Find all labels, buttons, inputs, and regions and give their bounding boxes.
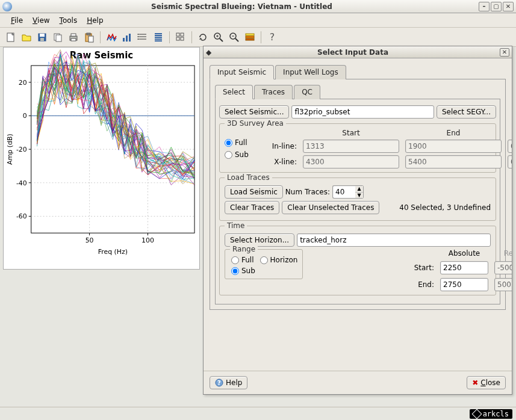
svg-rect-23 (176, 37, 179, 40)
tab-input-seismic[interactable]: Input Seismic (210, 65, 274, 79)
chart-blue-icon[interactable] (120, 30, 134, 45)
svg-rect-7 (71, 34, 76, 36)
select-seismic-button[interactable]: Select Seismic... (219, 105, 289, 119)
horizon-input[interactable] (297, 233, 491, 247)
refresh-icon[interactable] (196, 30, 210, 45)
svg-rect-34 (246, 39, 254, 40)
window-titlebar: Seismic Spectral Blueing: Vietnam - Unti… (0, 0, 516, 13)
statusbar: arkcls (0, 407, 516, 420)
tab-input-well-logs[interactable]: Input Well Logs (275, 65, 346, 79)
num-traces-label: Num Traces: (285, 188, 330, 196)
rel-header: Relative (494, 249, 512, 258)
survey-start-header: Start (303, 129, 399, 137)
svg-text:20: 20 (19, 79, 27, 87)
xline-label: X-line: (267, 158, 297, 166)
layers-icon[interactable] (243, 30, 257, 45)
help-icon[interactable]: ? (265, 30, 279, 45)
survey-full-radio[interactable]: Full (225, 138, 261, 147)
help-button[interactable]: ? Help (210, 376, 247, 389)
range-horizon-radio-input[interactable] (260, 256, 268, 264)
list-icon[interactable] (135, 30, 150, 45)
dialog-titlebar: ◆ Select Input Data ✕ (204, 46, 512, 58)
svg-rect-22 (181, 33, 184, 36)
menu-view[interactable]: View (28, 15, 54, 26)
traces-status-text: 40 Selected, 3 Undefined (399, 203, 491, 212)
minimize-button[interactable]: – (479, 2, 490, 11)
survey-full-radio-input[interactable] (225, 139, 232, 147)
paste-icon[interactable] (82, 30, 96, 45)
tab-select[interactable]: Select (215, 85, 253, 99)
copy-icon[interactable] (51, 30, 65, 45)
survey-sub-label: Sub (235, 150, 249, 159)
grid-icon[interactable] (173, 30, 188, 45)
outer-tabs: Input Seismic Input Well Logs (210, 64, 506, 79)
select-segy-button[interactable]: Select SEGY... (437, 105, 496, 119)
range-sub-radio-input[interactable] (231, 267, 239, 275)
save-icon[interactable] (35, 30, 49, 45)
close-window-button[interactable]: ✕ (503, 2, 514, 11)
menu-tools[interactable]: Tools (55, 15, 82, 26)
seismic-name-input[interactable] (291, 105, 434, 119)
menu-file-rest: ile (14, 16, 23, 25)
tab-qc[interactable]: QC (294, 85, 320, 99)
num-traces-input[interactable] (332, 185, 355, 199)
svg-rect-11 (89, 36, 93, 42)
clear-unselected-button[interactable]: Clear Unselected Traces (282, 201, 379, 214)
new-file-icon[interactable] (4, 30, 18, 45)
range-full-radio-input[interactable] (231, 256, 239, 264)
inline-start-input (303, 140, 399, 153)
svg-rect-2 (40, 34, 45, 37)
zoom-out-icon[interactable] (227, 30, 241, 45)
range-sub-radio[interactable]: Sub (231, 267, 296, 275)
plot-panel: Raw Seismic 50100-60-40-20020Amp (dB)Fre… (3, 47, 200, 270)
inner-tabs: Select Traces QC (215, 84, 500, 99)
inner-tab-page: Select Seismic... Select SEGY... 3D Surv… (215, 99, 500, 304)
spinner-down-icon[interactable]: ▼ (355, 193, 363, 199)
load-seismic-button[interactable]: Load Seismic (225, 185, 283, 199)
svg-text:Amp (dB): Amp (dB) (6, 134, 14, 164)
inline-inc-input (508, 140, 512, 153)
bars-icon[interactable] (151, 30, 166, 45)
time-end-abs-input[interactable] (440, 278, 488, 291)
toolbar-separator (169, 31, 170, 43)
chart-red-icon[interactable] (104, 30, 119, 45)
zoom-in-icon[interactable] (211, 30, 226, 45)
time-start-label: Start: (404, 264, 434, 272)
num-traces-spinner[interactable]: ▲ ▼ (332, 185, 364, 199)
time-values-grid: Absolute Relative Start: End: (314, 249, 512, 291)
range-full-radio[interactable]: Full (231, 256, 254, 264)
print-icon[interactable] (66, 30, 81, 45)
spinner-up-icon[interactable]: ▲ (355, 186, 363, 193)
range-full-label: Full (241, 256, 254, 264)
survey-end-header: End (405, 129, 502, 137)
svg-rect-32 (246, 34, 254, 36)
svg-point-20 (138, 39, 139, 40)
close-button[interactable]: ✖ Close (467, 376, 506, 389)
open-folder-icon[interactable] (19, 30, 34, 45)
tab-traces[interactable]: Traces (254, 85, 293, 99)
svg-text:-60: -60 (16, 212, 27, 220)
toolbar-separator (100, 31, 101, 43)
xline-start-input (303, 155, 399, 168)
svg-rect-3 (40, 38, 44, 41)
range-horizon-radio[interactable]: Horizon (260, 256, 298, 264)
maximize-button[interactable]: ▢ (491, 2, 502, 11)
close-x-icon: ✖ (472, 378, 478, 387)
svg-rect-10 (87, 33, 90, 35)
menu-help[interactable]: Help (82, 15, 108, 26)
time-group: Time Select Horizon... Range (219, 226, 496, 295)
toolbar: ? (0, 28, 516, 47)
survey-sub-radio-input[interactable] (225, 151, 232, 159)
plot-canvas: 50100-60-40-20020Amp (dB)Freq (Hz) (4, 48, 199, 269)
close-button-label: Close (480, 378, 500, 387)
clear-traces-button[interactable]: Clear Traces (225, 201, 279, 214)
svg-rect-33 (246, 36, 254, 38)
survey-sub-radio[interactable]: Sub (225, 150, 261, 159)
svg-rect-5 (56, 35, 61, 42)
time-start-abs-input[interactable] (440, 261, 488, 274)
dialog-close-icon[interactable]: ✕ (500, 48, 509, 57)
svg-rect-14 (129, 34, 131, 42)
range-sub-label: Sub (241, 267, 255, 275)
menu-file[interactable]: File (6, 15, 28, 26)
brand-text: arkcls (483, 410, 509, 418)
